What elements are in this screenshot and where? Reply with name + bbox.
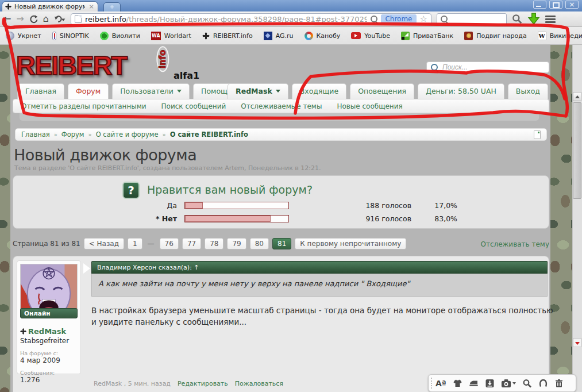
font-size-icon[interactable]: Aª bbox=[435, 379, 446, 388]
watch-thread-link[interactable]: Отслеживать тему bbox=[480, 240, 549, 248]
page-button-77[interactable]: 77 bbox=[182, 238, 201, 249]
bookmark-violity[interactable]: Виолити bbox=[100, 32, 140, 40]
reload-icon[interactable] bbox=[29, 15, 38, 24]
shirt-icon[interactable] bbox=[453, 379, 462, 388]
poll-option-row: * Нет bbox=[131, 214, 289, 223]
window-controls bbox=[533, 1, 579, 9]
quote-body: А как мне зайти на почту у меня нету у в… bbox=[91, 274, 548, 297]
tab-close-icon[interactable] bbox=[88, 3, 95, 10]
bookmark-privatbank[interactable]: ПриватБанк bbox=[401, 32, 453, 40]
thermometer-icon bbox=[52, 32, 56, 40]
browser-search-input[interactable] bbox=[450, 14, 499, 24]
bookmark-reibert[interactable]: REIBERT.info bbox=[202, 32, 253, 40]
bookmark-sinoptik[interactable]: SINOPTIK bbox=[52, 32, 89, 40]
main-nav-tabs: Главная Форум Пользователи Помощь bbox=[17, 84, 248, 99]
bookmark-star-icon[interactable]: ☆ bbox=[420, 15, 427, 24]
bookmark-label: Worldart bbox=[164, 32, 191, 40]
window-minimize-icon[interactable] bbox=[533, 1, 546, 9]
wikipedia-icon bbox=[538, 32, 546, 40]
favicon-iron-cross-icon bbox=[5, 3, 11, 10]
poll-votes: 916 голосов bbox=[337, 214, 411, 223]
page-button-79[interactable]: 79 bbox=[227, 238, 246, 249]
iron-icon[interactable] bbox=[469, 379, 479, 388]
browser-tab[interactable]: Новый движок форума | Ст bbox=[2, 1, 98, 11]
tab-account[interactable]: RedMask bbox=[228, 83, 288, 99]
post-meta: RedMask , 5 мин. назад bbox=[94, 380, 171, 387]
messages-value: 1.276 bbox=[20, 376, 78, 384]
subnav-mark-read[interactable]: Отметить разделы прочитанными bbox=[21, 102, 147, 110]
scrollbar-down-icon[interactable] bbox=[573, 338, 581, 347]
open-thread-icon[interactable] bbox=[534, 130, 541, 139]
subnav-search-posts[interactable]: Поиск сообщений bbox=[161, 102, 226, 110]
tab-home[interactable]: Главная bbox=[17, 83, 64, 99]
new-tab-button[interactable] bbox=[103, 2, 121, 12]
online-badge: Онлайн bbox=[20, 308, 78, 318]
forum-search-box[interactable] bbox=[426, 62, 549, 73]
bookmark-ukrnet[interactable]: Укрнет bbox=[6, 32, 41, 40]
trash-icon[interactable] bbox=[554, 379, 564, 388]
search-button-icon[interactable] bbox=[512, 14, 522, 24]
scrollbar-up-icon[interactable] bbox=[573, 92, 581, 101]
tab-money[interactable]: Деньги: 58,50 UAH bbox=[418, 83, 504, 99]
bookmark-youtube[interactable]: YouTube bbox=[351, 32, 390, 40]
tab-users[interactable]: Пользователи bbox=[112, 83, 190, 99]
scrollbar-thumb[interactable] bbox=[573, 102, 581, 199]
bookmark-label: YouTube bbox=[364, 32, 390, 40]
tab-alerts[interactable]: Оповещения bbox=[350, 83, 414, 99]
youtube-icon bbox=[351, 32, 361, 39]
window-close-icon[interactable] bbox=[565, 1, 579, 9]
page-button-1[interactable]: 1 bbox=[128, 238, 142, 249]
breadcrumb-section[interactable]: О сайте и форуме bbox=[96, 130, 159, 139]
drag-handle-icon[interactable] bbox=[431, 378, 432, 389]
bookmark-worldart[interactable]: Worldart bbox=[151, 32, 191, 40]
chrome-badge[interactable]: Chrome bbox=[381, 14, 416, 24]
home-icon[interactable]: ⌂ bbox=[43, 14, 49, 24]
messages-label: Сообщения: bbox=[20, 370, 78, 376]
magnifier-icon[interactable] bbox=[522, 379, 532, 388]
tab-label: Пользователи bbox=[120, 87, 174, 95]
menu-icon[interactable] bbox=[545, 16, 556, 23]
bookmark-agru[interactable]: AG.ru bbox=[264, 32, 294, 40]
camera-icon[interactable] bbox=[501, 379, 516, 388]
page-button-76[interactable]: 76 bbox=[160, 238, 179, 249]
post-username[interactable]: RedMask bbox=[20, 327, 78, 336]
page-button-81-active[interactable]: 81 bbox=[272, 238, 291, 249]
window-maximize-icon[interactable] bbox=[549, 1, 562, 9]
poll-option-label: * Нет bbox=[131, 214, 177, 223]
zoom-icon[interactable] bbox=[371, 16, 377, 22]
address-bar[interactable]: reibert.info /threads/Новый-движок-форум… bbox=[71, 13, 431, 25]
poll-question: Нравится вам новый форум? bbox=[147, 183, 313, 196]
joined-label: На форуме с: bbox=[20, 350, 78, 356]
forward-icon[interactable]: → bbox=[16, 14, 24, 24]
privatbank-icon bbox=[401, 32, 410, 40]
tab-inbox[interactable]: Входящие bbox=[292, 83, 346, 99]
breadcrumb-home[interactable]: Главная bbox=[21, 130, 50, 139]
browser-search-box[interactable] bbox=[437, 13, 507, 25]
edit-link[interactable]: Редактировать bbox=[178, 380, 228, 387]
quote-header[interactable]: Владимир Херсон сказал(а): ↑ bbox=[91, 261, 548, 274]
back-button[interactable]: < Назад bbox=[84, 238, 124, 249]
breadcrumb-current[interactable]: О сайте REIBERT.info bbox=[170, 130, 248, 139]
subnav-watched-threads[interactable]: Отслеживаемые темы bbox=[241, 102, 322, 110]
download-box-icon[interactable] bbox=[485, 379, 495, 388]
search-icon bbox=[441, 16, 448, 22]
bookmark-kanobu[interactable]: Канобу bbox=[305, 32, 341, 40]
first-unread-button[interactable]: К первому непрочитанному bbox=[295, 238, 406, 249]
poll-option-label: Да bbox=[131, 201, 177, 210]
tab-forum[interactable]: Форум bbox=[68, 83, 109, 99]
breadcrumb-forum[interactable]: Форум bbox=[61, 130, 84, 139]
browser-titlebar: Новый движок форума | Ст bbox=[0, 0, 582, 11]
page-button-80[interactable]: 80 bbox=[250, 238, 269, 249]
tab-logout[interactable]: Выход bbox=[508, 83, 548, 99]
subnav-new-posts[interactable]: Новые сообщения bbox=[337, 102, 402, 110]
horseshoe-icon[interactable] bbox=[538, 379, 548, 388]
bookmark-podvig[interactable]: Подвиг народа bbox=[464, 32, 527, 40]
undo-history-icon[interactable] bbox=[54, 15, 65, 24]
forum-search-input[interactable] bbox=[441, 63, 535, 72]
download-arrow-icon[interactable] bbox=[527, 13, 540, 25]
back-icon[interactable]: ← bbox=[3, 14, 11, 24]
site-logo[interactable]: REIBERT bbox=[16, 49, 126, 81]
page-button-78[interactable]: 78 bbox=[205, 238, 223, 249]
report-link[interactable]: Пожаловаться bbox=[235, 380, 283, 387]
bookmark-wikipedia[interactable]: Википедия bbox=[538, 32, 582, 40]
